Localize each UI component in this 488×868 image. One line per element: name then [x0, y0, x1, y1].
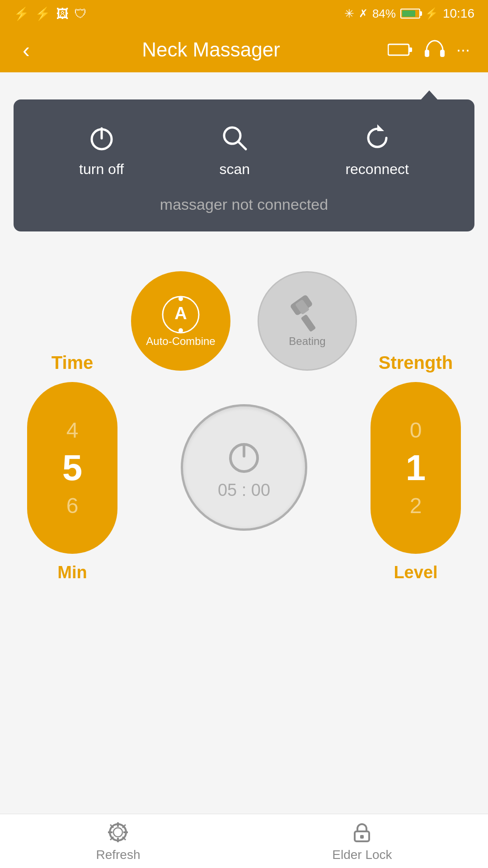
auto-combine-label: Auto-Combine	[146, 335, 215, 348]
svg-marker-8	[377, 124, 384, 131]
status-bar-right: ✳ ✗ 84% ⚡ 10:16	[344, 6, 474, 21]
strength-current: 1	[406, 447, 426, 489]
time-control: Time 4 5 6 Min	[27, 353, 117, 582]
dropdown-option-turn-off[interactable]: turn off	[79, 122, 124, 178]
battery-percent: 84%	[372, 7, 396, 21]
dropdown-option-scan[interactable]: scan	[219, 122, 250, 178]
page-title: Neck Massager	[34, 38, 388, 61]
turn-off-label: turn off	[79, 161, 124, 178]
power-button-container: 05 : 00	[181, 404, 307, 531]
more-menu-icon[interactable]: ···	[456, 40, 470, 59]
lightning-icon: ⚡	[425, 7, 438, 20]
strength-label: Strength	[379, 353, 453, 373]
auto-combine-icon: A	[160, 294, 201, 335]
reconnect-icon	[361, 122, 393, 154]
dropdown-option-reconnect[interactable]: reconnect	[345, 122, 409, 178]
shield-icon: 🛡	[74, 6, 87, 21]
scan-label: scan	[219, 161, 250, 178]
battery-icon	[400, 9, 420, 19]
svg-text:A: A	[174, 304, 187, 323]
controls-section: Time 4 5 6 Min 05 : 00 Strength 0	[0, 353, 488, 582]
strength-prev: 0	[410, 418, 422, 443]
back-button[interactable]: ‹	[18, 33, 34, 67]
svg-rect-0	[388, 44, 409, 55]
lock-icon	[350, 821, 374, 844]
time-current: 5	[62, 447, 83, 489]
dropdown-menu: turn off scan reconnect massager not con…	[14, 99, 474, 231]
power-button-icon	[224, 435, 264, 476]
usb-icon-1: ⚡	[14, 6, 29, 21]
scan-icon	[219, 122, 250, 154]
time-sublabel: Min	[57, 563, 87, 582]
strength-control: Strength 0 1 2 Level	[371, 353, 461, 582]
strength-next: 2	[410, 493, 422, 518]
dropdown-arrow	[420, 90, 438, 100]
dropdown-options: turn off scan reconnect	[32, 122, 456, 178]
svg-rect-2	[425, 50, 429, 57]
battery-header-icon	[388, 43, 413, 57]
refresh-label: Refresh	[96, 848, 140, 862]
elder-lock-label: Elder Lock	[332, 848, 392, 862]
beating-label: Beating	[289, 335, 325, 348]
status-bar: ⚡ ⚡ 🖼 🛡 ✳ ✗ 84% ⚡ 10:16	[0, 0, 488, 27]
gallery-icon: 🖼	[56, 6, 69, 21]
svg-rect-3	[440, 50, 445, 57]
header-icons: ···	[388, 37, 470, 62]
time-scroll[interactable]: 4 5 6	[27, 382, 117, 554]
sim-icon: ✗	[359, 7, 368, 20]
bluetooth-icon: ✳	[344, 7, 354, 21]
svg-line-7	[239, 142, 246, 149]
status-bar-left: ⚡ ⚡ 🖼 🛡	[14, 6, 87, 21]
svg-point-11	[178, 328, 183, 333]
usb-icon-2: ⚡	[35, 6, 51, 21]
beating-icon	[287, 294, 328, 335]
headphone-icon	[422, 37, 447, 62]
time-prev: 4	[66, 418, 79, 443]
time-next: 6	[66, 493, 79, 518]
connection-status: massager not connected	[32, 196, 456, 213]
svg-point-10	[178, 297, 183, 301]
power-time-display: 05 : 00	[218, 481, 270, 500]
time-display: 10:16	[443, 6, 474, 21]
reconnect-label: reconnect	[345, 161, 409, 178]
power-off-icon	[86, 122, 117, 154]
svg-point-19	[113, 828, 122, 837]
strength-sublabel: Level	[394, 563, 437, 582]
bottom-bar: Refresh Elder Lock	[0, 814, 488, 868]
time-label: Time	[52, 353, 94, 373]
elder-lock-button[interactable]: Elder Lock	[332, 821, 392, 862]
refresh-button[interactable]: Refresh	[96, 821, 140, 862]
svg-rect-29	[360, 835, 364, 839]
strength-scroll[interactable]: 0 1 2	[371, 382, 461, 554]
power-button[interactable]: 05 : 00	[181, 404, 307, 531]
svg-rect-1	[409, 47, 412, 52]
app-header: ‹ Neck Massager ···	[0, 27, 488, 72]
svg-rect-13	[300, 314, 316, 332]
refresh-icon	[106, 821, 130, 844]
